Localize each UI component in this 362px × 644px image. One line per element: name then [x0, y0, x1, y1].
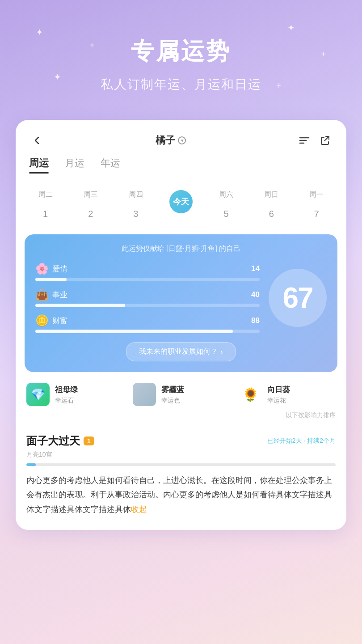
day-item-1[interactable]: 周二 1 [34, 190, 57, 225]
day-num-1: 1 [34, 202, 57, 225]
lucky-divider-2 [234, 383, 234, 406]
influence-label: 以下按影响力排序 [16, 411, 346, 427]
fortune-row-header-career: 👜 事业 40 [35, 288, 260, 301]
sparkle-2: + [89, 40, 95, 51]
day-label-1: 周二 [38, 190, 53, 199]
day-num-today: 今天 [169, 190, 193, 213]
day-num-2: 2 [79, 202, 102, 225]
lucky-stone-type: 幸运石 [55, 397, 78, 405]
event-duration: 已经开始2天 · 持续2个月 [267, 437, 336, 445]
day-item-today[interactable]: 今天 [169, 190, 193, 225]
day-label-7: 周一 [309, 190, 324, 199]
tab-yearly[interactable]: 年运 [101, 157, 120, 174]
career-score: 40 [251, 290, 260, 299]
lucky-item-color: 雾霾蓝 幸运色 [133, 383, 230, 406]
header-actions [296, 132, 333, 148]
day-num-3: 3 [124, 202, 147, 225]
event-title-row: 面子大过天 1 [26, 434, 94, 448]
event-progress-fill [26, 463, 36, 466]
fortune-tabs: 周运 月运 年运 [16, 157, 346, 181]
event-header: 面子大过天 1 已经开始2天 · 持续2个月 [26, 434, 336, 448]
lucky-color-name: 雾霾蓝 [161, 385, 184, 395]
day-label-6: 周日 [264, 190, 278, 199]
love-bar-track [35, 278, 260, 281]
hero-subtitle: 私人订制年运、月运和日运 [18, 76, 344, 93]
day-item-3[interactable]: 周四 3 [124, 190, 147, 225]
event-badge: 1 [84, 436, 94, 445]
tab-weekly[interactable]: 周运 [29, 157, 49, 174]
day-item-2[interactable]: 周三 2 [79, 190, 102, 225]
event-description-text: 内心更多的考虑他人是如何看待自己，上进心滋长。在这段时间，你在处理公众事务上会有… [26, 476, 332, 514]
day-num-5: 5 [215, 202, 238, 225]
fortune-row-header-love: 🌸 爱情 14 [35, 263, 260, 275]
sparkle-5: ✦ [54, 72, 61, 82]
day-label-3: 周四 [129, 190, 143, 199]
main-card: 橘子 ▾ 周运 月运 年运 [16, 120, 346, 530]
lucky-flower-type: 幸运花 [267, 397, 290, 405]
card-header: 橘子 ▾ [16, 120, 346, 157]
sparkle-6: + [276, 80, 282, 91]
wealth-icon: 🪙 [35, 314, 49, 327]
event-meta: 月亮10宫 [26, 451, 52, 459]
user-name: 橘子 [156, 134, 175, 147]
lucky-color-info: 雾霾蓝 幸运色 [161, 385, 184, 405]
lucky-item-flower: 🌻 向日葵 幸运花 [239, 383, 336, 406]
fortune-bars: 🌸 爱情 14 👜 事业 [35, 263, 260, 333]
lucky-color-type: 幸运色 [161, 397, 184, 405]
fortune-icon-label-love: 🌸 爱情 [35, 263, 67, 275]
fortune-cta-container: 我未来的职业发展如何？ › [35, 342, 327, 361]
fortune-subtitle: 此运势仅献给 [日蟹·月狮·升鱼] 的自己 [35, 244, 327, 254]
wealth-bar-track [35, 330, 260, 333]
fortune-icon-label-wealth: 🪙 财富 [35, 314, 67, 327]
fortune-cta-label: 我未来的职业发展如何？ [139, 347, 218, 356]
stone-icon: 💎 [26, 383, 50, 406]
lucky-stone-name: 祖母绿 [55, 385, 78, 395]
sparkle-3: ✦ [287, 22, 295, 33]
event-section: 面子大过天 1 已经开始2天 · 持续2个月 月亮10宫 内心更多的考虑他人是如… [16, 427, 346, 517]
lucky-stone-info: 祖母绿 幸运石 [55, 385, 78, 405]
event-progress [26, 463, 336, 466]
day-item-7[interactable]: 周一 7 [305, 190, 328, 225]
event-meta-row: 月亮10宫 [26, 451, 336, 459]
day-item-5[interactable]: 周六 5 [215, 190, 238, 225]
day-selector: 周二 1 周三 2 周四 3 今天 周六 5 周日 6 周一 7 [16, 181, 346, 234]
chevron-down-icon: ▾ [178, 136, 186, 144]
event-description: 内心更多的考虑他人是如何看待自己，上进心滋长。在这段时间，你在处理公众事务上会有… [26, 473, 336, 517]
fortune-icon-label-career: 👜 事业 [35, 288, 67, 301]
career-bar-track [35, 304, 260, 307]
lucky-flower-info: 向日葵 幸运花 [267, 385, 290, 405]
wealth-score: 88 [251, 316, 260, 325]
day-num-7: 7 [305, 202, 328, 225]
fortune-cta-button[interactable]: 我未来的职业发展如何？ › [126, 342, 236, 361]
back-button[interactable] [29, 132, 45, 148]
fortune-row-wealth: 🪙 财富 88 [35, 314, 260, 333]
day-label-2: 周三 [84, 190, 98, 199]
collapse-button[interactable]: 收起 [131, 505, 147, 514]
career-label: 事业 [52, 290, 67, 300]
hero-title: 专属运势 [18, 36, 344, 67]
arrow-right-icon: › [220, 348, 223, 356]
love-score: 14 [251, 264, 260, 273]
day-label-5: 周六 [219, 190, 233, 199]
filter-button[interactable] [296, 132, 312, 148]
day-item-6[interactable]: 周日 6 [260, 190, 283, 225]
fortune-big-score: 67 [282, 281, 312, 314]
day-num-6: 6 [260, 202, 283, 225]
lucky-flower-name: 向日葵 [267, 385, 290, 395]
user-selector[interactable]: 橘子 ▾ [156, 134, 186, 147]
career-icon: 👜 [35, 288, 49, 301]
share-button[interactable] [317, 132, 333, 148]
color-icon [133, 383, 156, 406]
fortune-score-circle: 67 [269, 269, 327, 327]
wealth-label: 财富 [52, 316, 67, 326]
love-label: 爱情 [52, 264, 67, 274]
sparkle-4: + [321, 49, 326, 59]
hero-section: ✦ + ✦ + ✦ + 专属运势 私人订制年运、月运和日运 [0, 0, 362, 120]
tab-monthly[interactable]: 月运 [65, 157, 84, 174]
love-bar-fill [35, 278, 67, 281]
fortune-row-career: 👜 事业 40 [35, 288, 260, 307]
wealth-bar-fill [35, 330, 233, 333]
love-icon: 🌸 [35, 263, 49, 275]
lucky-item-stone: 💎 祖母绿 幸运石 [26, 383, 123, 406]
career-bar-fill [35, 304, 125, 307]
